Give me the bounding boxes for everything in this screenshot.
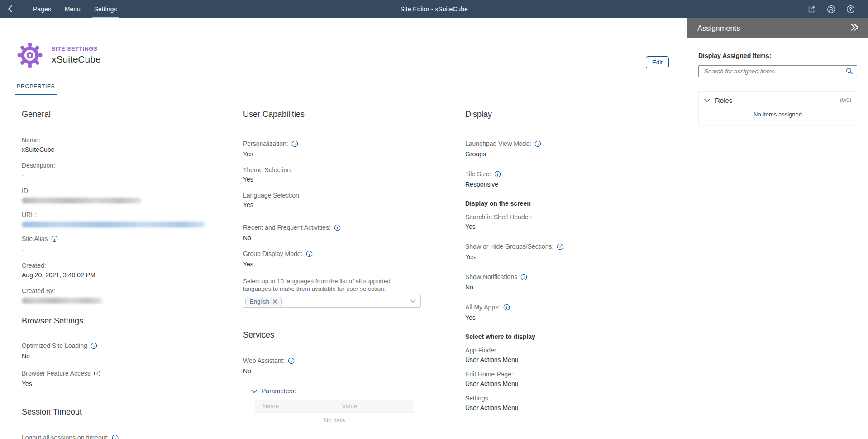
field-edit-home-page: Edit Home Page: User Actions Menu [465,370,664,388]
field-search-in-shell-header: Search in Shell Header: Yes [465,212,664,231]
language-multicombobox[interactable]: English [243,295,421,308]
url-value-redacted [22,222,205,227]
chevron-left-icon [6,5,14,14]
assignments-panel-header: Assignments [687,18,868,38]
field-name: Name: xSuiteCube [22,135,221,154]
info-icon[interactable]: i [534,140,541,147]
tab-properties[interactable]: PROPERTIES [15,83,57,95]
display-on-screen-heading: Display on the screen [465,200,664,207]
site-settings-gear-icon [17,43,43,68]
field-logout-on-timeout: Logout all sessions on timeout: i Yes [22,433,221,439]
svg-text:i: i [294,141,296,146]
field-browser-feature-access: Browser Feature Access i Yes [22,369,221,388]
double-chevron-right-icon [850,24,859,33]
svg-text:i: i [337,225,338,230]
general-heading: General [22,110,221,119]
user-capabilities-heading: User Capabilities [243,110,424,119]
browser-settings-heading: Browser Settings [22,316,221,326]
display-section: Display Launchpad View Mode: i Groups Ti… [465,110,664,418]
created-by-value-redacted [22,298,102,304]
collapse-panel-button[interactable] [849,22,861,34]
info-icon[interactable]: i [91,343,97,349]
site-settings-page: SITE SETTINGS xSuiteCube Edit PROPERTIES… [0,18,687,439]
info-icon[interactable]: i [51,236,58,242]
field-all-my-apps: All My Apps: i Yes [465,303,664,322]
assignments-panel: Assignments Display Assigned Items: [687,18,868,439]
search-icon[interactable] [846,68,853,75]
field-theme-selection: Theme Selection: Yes [243,165,424,184]
assignments-title: Assignments [697,24,849,33]
window-title: Site Editor - xSuiteCube [400,5,467,13]
info-icon[interactable]: i [306,251,313,257]
info-icon[interactable]: i [112,434,119,439]
field-launchpad-view-mode: Launchpad View Mode: i Groups [465,139,664,159]
editor-nav: Pages Menu Settings [26,0,124,18]
field-description: Description: - [22,161,221,179]
select-where-heading: Select where to display [465,333,664,340]
field-personalization: Personalization: i Yes [243,139,424,159]
field-show-notifications: Show Notifications i No [465,272,664,292]
field-site-alias: Site Alias i - [22,234,221,254]
chevron-down-icon[interactable] [410,299,416,303]
edit-button[interactable]: Edit [646,56,669,68]
field-created-by: Created By: [22,286,221,304]
svg-text:i: i [54,236,55,241]
display-assigned-items-label: Display Assigned Items: [698,52,857,59]
field-group-display-mode: Group Display Mode: i Yes [243,249,424,269]
nav-settings[interactable]: Settings [87,0,124,18]
info-icon[interactable]: i [94,370,100,377]
svg-text:i: i [291,358,292,363]
chevron-down-icon [251,387,257,395]
field-show-hide-groups-sections: Show or Hide Groups/Sections: i Yes [465,242,664,261]
svg-text:i: i [309,251,310,256]
tab-strip: PROPERTIES [0,82,687,95]
field-id: ID: [22,186,221,203]
info-icon[interactable]: i [557,243,563,250]
parameters-table: Name Value No data [255,400,414,428]
account-icon[interactable] [824,3,839,16]
svg-text:i: i [537,141,539,146]
session-timeout-heading: Session Timeout [22,407,221,417]
field-recent-frequent-activities: Recent and Frequent Activities: i No [243,223,424,242]
shell-actions: ? [804,3,868,16]
share-icon[interactable] [804,3,819,16]
info-icon[interactable]: i [334,224,341,231]
no-data-row: No data [255,413,414,428]
language-token: English [245,297,282,306]
remove-token-icon[interactable] [272,299,277,304]
chevron-down-icon [704,96,710,104]
roles-group-toggle[interactable]: Roles (0/0) [699,92,857,109]
field-settings-entry: Settings: User Actions Menu [465,394,664,412]
svg-text:i: i [497,172,498,176]
assigned-items-search-input[interactable] [703,68,846,75]
nav-menu[interactable]: Menu [58,0,87,18]
info-icon[interactable]: i [288,357,295,364]
page-category: SITE SETTINGS [52,46,101,52]
no-items-assigned-text: No items assigned [699,109,857,125]
field-web-assistant: Web Assistant: i No [243,356,424,376]
roles-count-badge: (0/0) [840,97,851,103]
field-created: Created: Aug 20, 2021, 3:40:02 PM [22,261,221,280]
info-icon[interactable]: i [503,304,510,311]
general-section: General Name: xSuiteCube Description: - … [22,110,221,439]
field-tile-size: Tile Size: i Responsive [465,169,664,189]
display-heading: Display [465,110,664,119]
id-value-redacted [22,198,142,203]
svg-text:?: ? [849,6,852,12]
help-icon[interactable]: ? [843,3,858,16]
svg-text:i: i [114,435,116,439]
column-header-value: Value [334,403,414,410]
parameters-toggle[interactable]: Parameters: [251,387,424,395]
svg-text:i: i [560,244,561,249]
svg-text:i: i [523,275,525,279]
svg-text:i: i [93,343,95,348]
field-language-selection: Language Selection: Yes [243,191,424,209]
info-icon[interactable]: i [494,171,501,178]
language-note: Select up to 10 languages from the list … [243,278,405,293]
back-button[interactable] [0,5,18,14]
nav-pages[interactable]: Pages [26,0,58,18]
info-icon[interactable]: i [291,140,298,147]
info-icon[interactable]: i [520,274,527,280]
field-optimized-site-loading: Optimized Site Loading i No [22,341,221,361]
assigned-items-search [698,65,857,77]
